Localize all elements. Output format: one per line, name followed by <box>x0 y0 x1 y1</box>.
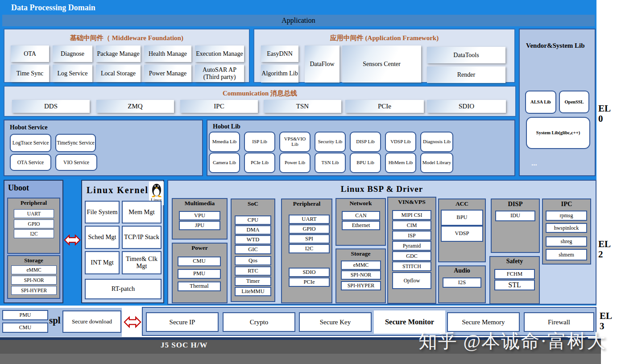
bsp-box-idu: IDU <box>495 211 535 221</box>
uboot-title: Uboot <box>8 183 29 193</box>
box-execution-manage: Execution Manage <box>195 46 244 62</box>
hobot-lib-box: Security Lib <box>315 132 346 152</box>
bsp-box-stl: STL <box>494 280 535 290</box>
bsp-box-uart: UART <box>289 215 330 224</box>
hobot-lib-panel: Hobot Lib Mmedia Lib ISP Lib VPS&VIO Lib… <box>207 120 515 176</box>
application-framework-title: 应用中间件 (Application Framework) <box>254 34 514 42</box>
bsp-box-isp: ISP <box>392 231 431 240</box>
kernel-box-tcpip-stack: TCP/IP Stack <box>122 226 161 249</box>
bsp-power-title: Power <box>173 244 227 252</box>
bsp-peripheral-title: Peripheral <box>282 200 331 207</box>
bsp-box-spi-hyper: SPI-HYPER <box>341 281 381 290</box>
bsp-box-pcie: PCIe <box>289 277 330 287</box>
linux-bsp-panel: Linux BSP & Driver Multimedia VPU JPU Po… <box>167 180 596 305</box>
bsp-multimedia-group: Multimedia VPU JPU <box>172 198 228 240</box>
spl-label: spl <box>49 315 61 326</box>
box-openssl: OpenSSL <box>559 91 589 113</box>
bus-zmq: ZMQ <box>96 100 174 113</box>
vendor-more-label: ... <box>531 159 537 168</box>
el2-label: EL 2 <box>598 239 611 260</box>
bsp-network-title: Network <box>336 200 385 207</box>
box-log-service: Log Service <box>53 65 92 82</box>
bsp-box-hwspinlock: hwspinlock <box>546 223 587 233</box>
kernel-box-rt-patch: RT-patch <box>85 279 161 299</box>
kernel-box-mem-mgt: Mem Mgt <box>122 201 161 223</box>
bus-sdio: SDIO <box>427 100 506 113</box>
bsp-network-group: Network CAN Ethernet <box>335 198 386 246</box>
uboot-box-spi-nor: SPI-NOR <box>11 276 57 285</box>
middleware-foundation-title: 基础中间件（ Middleware Foundation) <box>4 34 249 42</box>
application-bar: Application <box>2 15 595 26</box>
box-algorithm-lib: Algorithm Lib <box>261 65 298 83</box>
bsp-box-emmc: eMMC <box>341 261 381 270</box>
architecture-diagram: Data Processing Domain Application 基础中间件… <box>0 0 617 364</box>
hobot-lib-row2: Camera Lib PCIe Lib Power Lib TSN Lib BP… <box>209 153 453 173</box>
box-render: Render <box>427 66 505 83</box>
kernel-box-sched-mgt: Sched Mgt <box>85 226 120 249</box>
box-logtrace-service: LogTrace Service <box>10 134 51 152</box>
bsp-box-pyramid: Pyramid <box>392 241 431 251</box>
bsp-acc-title: ACC <box>439 200 485 207</box>
spl-box-pmu: PMU <box>2 310 48 320</box>
bus-dds: DDS <box>12 100 90 113</box>
linux-penguin-icon <box>151 182 162 198</box>
box-system-lib: System Lib(glibc,c++) <box>526 117 590 149</box>
bsp-box-timer: Timer <box>235 277 271 286</box>
bsp-vinvps-group: VIN&VPS MIPI CSI CIM ISP Pyramid GDC STI… <box>387 197 436 304</box>
bsp-safety-title: Safety <box>490 258 539 265</box>
hobot-lib-box: DISP Lib <box>350 132 381 152</box>
application-framework-panel: 应用中间件 (Application Framework) EasyDNN Al… <box>253 29 515 83</box>
box-dataflow: DataFlow <box>305 46 340 83</box>
hobot-lib-box: PCIe Lib <box>244 153 275 173</box>
communication-title: Communication 消息总线 <box>4 89 515 98</box>
watermark-text: 知乎 @本诚命·富树大 <box>418 329 606 354</box>
box-crypto: Crypto <box>223 312 295 332</box>
red-double-arrow-icon <box>64 233 81 247</box>
uboot-panel: Uboot Peripheral UART GPIO I2C Storage e… <box>4 180 63 303</box>
bsp-peripheral-group: Peripheral UART GPIO SPI I2C SDIO PCIe <box>281 199 332 303</box>
linux-kernel-panel: Linux Kernel Linux File System Mem Mgt S… <box>81 180 164 303</box>
bsp-box-ethernet: Ethernet <box>342 221 380 230</box>
bsp-multimedia-title: Multimedia <box>173 200 227 207</box>
linux-bsp-title: Linux BSP & Driver <box>168 184 596 194</box>
bsp-disp-title: DISP <box>492 200 539 208</box>
box-diagnose: Diagnose <box>53 46 92 62</box>
red-double-arrow-icon <box>124 314 141 330</box>
kernel-box-timer-clk: Timer& Clk Mgt <box>122 251 161 274</box>
bsp-box-gdc: GDC <box>392 251 431 261</box>
box-autosar-ap: AutoSAR AP (Third party) <box>195 65 244 82</box>
bsp-box-pmu: PMU <box>178 269 221 279</box>
bsp-box-litemmu: LiteMMU <box>235 287 271 296</box>
bsp-box-qos: Qos <box>235 256 271 265</box>
hobot-lib-row1: Mmedia Lib ISP Lib VPS&VIO Lib Security … <box>209 132 453 152</box>
hobot-lib-box: Diagnosis Lib <box>420 132 453 152</box>
el0-line1: EL <box>598 103 611 114</box>
box-time-sync: Time Sync <box>11 65 49 82</box>
hobot-lib-box: Mmedia Lib <box>209 132 240 152</box>
box-easydnn: EasyDNN <box>261 46 298 62</box>
bsp-box-dma: DMA <box>235 225 271 235</box>
middleware-foundation-panel: 基础中间件（ Middleware Foundation) OTA Diagno… <box>4 29 250 83</box>
hobot-lib-box: Model Library <box>420 153 453 173</box>
bsp-box-opflow: Opflow <box>392 272 431 289</box>
bsp-box-rpmsg: rpmsg <box>546 211 587 221</box>
el3-line1: EL <box>600 311 612 321</box>
uboot-peripheral-title: Peripheral <box>8 199 59 207</box>
hobot-lib-box: TSN Lib <box>315 153 346 173</box>
box-ota-service: OTA Service <box>10 154 51 171</box>
hobot-lib-box: BPU Lib <box>350 153 381 173</box>
spl-panel: PMU CMU spl Secure download <box>0 308 122 337</box>
vendor-system-lib-panel: Vendor&System Lib ALSA Lib OpenSSL Syste… <box>519 29 596 176</box>
kernel-box-int-mgt: INT Mgt <box>85 251 120 274</box>
uboot-box-spi-hyper: SPI-HYPER <box>11 286 57 295</box>
bsp-box-thermal: Thermal <box>178 281 221 291</box>
linux-kernel-title: Linux Kernel <box>87 185 149 195</box>
kernel-box-file-system: File System <box>85 201 120 223</box>
bsp-box-cmu: CMU <box>178 256 221 266</box>
uboot-box-uart: UART <box>14 209 54 218</box>
uboot-storage-group: Storage eMMC SPI-NOR SPI-HYPER <box>7 255 60 299</box>
bsp-soc-group: SoC CPU DMA WTD GIC Qos RTC Timer LiteMM… <box>231 199 275 302</box>
uboot-box-emmc: eMMC <box>11 265 57 274</box>
hobot-lib-box: HbMem Lib <box>385 153 416 173</box>
box-ota: OTA <box>11 46 49 62</box>
